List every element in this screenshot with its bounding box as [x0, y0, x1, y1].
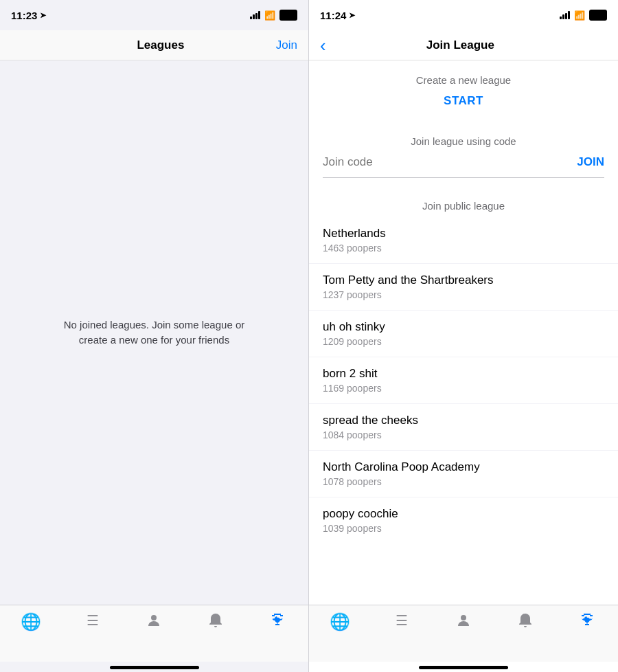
right-panel: 11:24 ➤ 📶 100 ‹ Join League Create a new… [309, 0, 618, 672]
public-league-label: Join public league [309, 189, 618, 217]
bell-icon-right [518, 612, 533, 633]
location-arrow-right: ➤ [349, 11, 355, 20]
nav-bar-right: ‹ Join League [309, 30, 618, 60]
profile-icon-left [146, 612, 162, 633]
svg-point-1 [461, 615, 466, 620]
bell-icon-left [208, 612, 223, 633]
league-count: 1237 poopers [323, 289, 604, 300]
league-item[interactable]: Netherlands 1463 poopers [309, 217, 618, 264]
left-content: No joined leagues. Join some league or c… [0, 60, 308, 605]
time-left: 11:23 ➤ [11, 10, 46, 21]
home-indicator-right [419, 666, 508, 669]
globe-icon-left: 🌐 [21, 612, 41, 631]
trophy-icon-left [269, 612, 286, 633]
time-text-left: 11:23 [11, 10, 37, 21]
menu-icon-right: ☰ [396, 612, 408, 629]
join-code-button[interactable]: JOIN [569, 155, 604, 169]
tab-bell-right[interactable] [494, 612, 556, 633]
status-icons-left: 📶 100 [250, 10, 297, 21]
league-count: 1084 poopers [323, 429, 604, 440]
league-item[interactable]: uh oh stinky 1209 poopers [309, 311, 618, 357]
profile-icon-right [455, 612, 472, 633]
tab-menu-left[interactable]: ☰ [62, 612, 124, 629]
time-text-right: 11:24 [320, 10, 346, 21]
league-count: 1169 poopers [323, 383, 604, 394]
league-name: uh oh stinky [323, 320, 604, 334]
join-code-section: JOIN [309, 153, 618, 189]
home-indicator-left [110, 666, 199, 669]
menu-icon-left: ☰ [87, 612, 99, 629]
tab-globe-right[interactable]: 🌐 [309, 612, 371, 631]
league-count: 1209 poopers [323, 336, 604, 347]
battery-icon-right: 100 [589, 10, 607, 21]
nav-bar-left: Leagues Join [0, 30, 308, 60]
league-item[interactable]: born 2 shit 1169 poopers [309, 357, 618, 404]
status-icons-right: 📶 100 [560, 10, 607, 21]
right-content: Create a new league START Join league us… [309, 60, 618, 605]
back-button[interactable]: ‹ [320, 36, 326, 54]
league-count: 1463 poopers [323, 243, 604, 254]
tab-bar-right: 🌐 ☰ [309, 605, 618, 662]
tab-trophy-right[interactable] [556, 612, 618, 633]
league-count: 1039 poopers [323, 523, 604, 534]
league-name: spread the cheeks [323, 414, 604, 427]
league-count: 1078 poopers [323, 476, 604, 487]
create-league-label: Create a new league [309, 60, 618, 91]
time-right: 11:24 ➤ [320, 10, 355, 21]
left-panel: 11:23 ➤ 📶 100 Leagues Join No joined lea… [0, 0, 309, 672]
wifi-icon-left: 📶 [264, 10, 275, 21]
league-name: born 2 shit [323, 367, 604, 381]
svg-point-0 [151, 615, 157, 620]
league-name: Tom Petty and the Shartbreakers [323, 273, 604, 287]
join-nav-button[interactable]: Join [276, 38, 297, 52]
join-code-input[interactable] [323, 153, 569, 172]
league-name: poopy coochie [323, 507, 604, 521]
tab-menu-right[interactable]: ☰ [371, 612, 433, 629]
league-item[interactable]: spread the cheeks 1084 poopers [309, 404, 618, 451]
join-code-label: Join league using code [309, 122, 618, 153]
league-name: Netherlands [323, 227, 604, 240]
tab-profile-left[interactable] [124, 612, 185, 633]
status-bar-left: 11:23 ➤ 📶 100 [0, 0, 308, 30]
wifi-icon-right: 📶 [574, 10, 585, 21]
tab-profile-right[interactable] [433, 612, 494, 633]
tab-bar-left: 🌐 ☰ [0, 605, 308, 662]
join-code-row: JOIN [323, 153, 604, 178]
league-item[interactable]: poopy coochie 1039 poopers [309, 497, 618, 544]
tab-globe-left[interactable]: 🌐 [0, 612, 62, 631]
league-item[interactable]: Tom Petty and the Shartbreakers 1237 poo… [309, 264, 618, 311]
right-nav-title: Join League [332, 38, 589, 52]
left-nav-title: Leagues [137, 38, 184, 52]
signal-icon-right [560, 11, 570, 19]
start-button[interactable]: START [309, 91, 618, 122]
battery-icon-left: 100 [279, 10, 297, 21]
status-bar-right: 11:24 ➤ 📶 100 [309, 0, 618, 30]
empty-leagues-message: No joined leagues. Join some league or c… [58, 317, 251, 348]
league-list: Netherlands 1463 poopers Tom Petty and t… [309, 217, 618, 544]
signal-icon-left [250, 11, 260, 19]
location-arrow-left: ➤ [40, 11, 46, 20]
globe-icon-right: 🌐 [330, 612, 350, 631]
tab-trophy-left[interactable] [247, 612, 308, 633]
league-item[interactable]: North Carolina Poop Academy 1078 poopers [309, 451, 618, 497]
tab-bell-left[interactable] [185, 612, 247, 633]
league-name: North Carolina Poop Academy [323, 460, 604, 474]
trophy-icon-right [579, 612, 595, 633]
